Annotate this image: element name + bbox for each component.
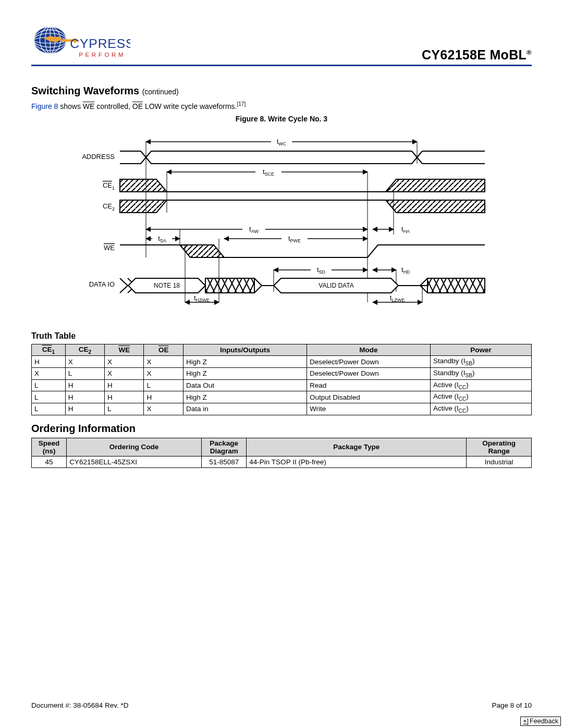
table-row: XLXXHigh ZDeselect/Power DownStandby (IS…: [32, 368, 532, 380]
figure-link[interactable]: Figure 8: [31, 102, 58, 110]
page-number: Page 8 of 10: [492, 701, 532, 709]
page-header: CYPRESS PERFORM CY62158E MoBL®: [31, 23, 532, 63]
table-row: LHHLData OutReadActive (ICC): [32, 379, 532, 391]
label-ce1: CE1: [103, 181, 115, 191]
th-we: WE: [105, 344, 144, 356]
svg-text:tHA: tHA: [401, 225, 410, 234]
svg-text:tHD: tHD: [401, 266, 410, 275]
th-ce1: CE1: [32, 344, 66, 356]
intro-text: Figure 8 shows WE controlled, OE LOW wri…: [31, 101, 532, 110]
table-row: LHLXData inWriteActive (ICC): [32, 403, 532, 415]
section-heading: Switching Waveforms (continued): [31, 85, 532, 97]
ordering-table: Speed(ns) Ordering Code PackageDiagram P…: [31, 438, 532, 468]
truth-table-heading: Truth Table: [31, 331, 532, 341]
th-ce2: CE2: [65, 344, 104, 356]
label-we: WE: [104, 244, 115, 252]
svg-line-68: [254, 278, 262, 286]
label-ce2: CE2: [103, 202, 115, 212]
th-pkgdiag: PackageDiagram: [202, 438, 247, 456]
th-power: Power: [431, 344, 532, 356]
svg-text:CYPRESS: CYPRESS: [70, 36, 130, 51]
header-rule: [31, 65, 532, 66]
doc-number: Document #: 38-05684 Rev. *D: [31, 701, 129, 709]
th-oe: OE: [144, 344, 183, 356]
svg-text:PERFORM: PERFORM: [79, 52, 126, 58]
th-mode: Mode: [307, 344, 430, 356]
svg-line-69: [254, 286, 262, 293]
ordering-heading: Ordering Information: [31, 423, 532, 435]
th-range: OperatingRange: [467, 438, 532, 456]
svg-rect-67: [205, 278, 254, 293]
th-code: Ordering Code: [67, 438, 202, 456]
truth-table: CE1 CE2 WE OE Inputs/Outputs Mode Power …: [31, 344, 532, 415]
svg-text:NOTE 18: NOTE 18: [154, 282, 180, 289]
label-dataio: DATA IO: [89, 280, 115, 288]
svg-text:VALID DATA: VALID DATA: [319, 282, 353, 289]
label-address: ADDRESS: [82, 153, 115, 161]
svg-rect-72: [427, 278, 485, 293]
th-pkgtype: Package Type: [247, 438, 467, 456]
company-logo: CYPRESS PERFORM: [31, 23, 130, 63]
feedback-button[interactable]: +]Feedback: [520, 717, 561, 726]
svg-text:tHZWE: tHZWE: [194, 294, 210, 303]
product-title: CY62158E MoBL®: [422, 47, 532, 63]
figure-caption: Figure 8. Write Cycle No. 3: [31, 115, 532, 123]
th-speed: Speed(ns): [32, 438, 67, 456]
table-row: HXXXHigh ZDeselect/Power DownStandby (IS…: [32, 356, 532, 368]
timing-diagram: ADDRESS CE1 CE2 WE DATA IO tWC: [31, 130, 532, 307]
svg-text:tLZWE: tLZWE: [390, 294, 405, 303]
table-row: 45 CY62158ELL-45ZSXI 51-85087 44-Pin TSO…: [32, 456, 532, 467]
svg-line-55: [368, 245, 378, 257]
th-io: Inputs/Outputs: [183, 344, 307, 356]
page-footer: Document #: 38-05684 Rev. *D Page 8 of 1…: [31, 701, 532, 709]
table-row: LHHHHigh ZOutput DisabledActive (ICC): [32, 391, 532, 403]
